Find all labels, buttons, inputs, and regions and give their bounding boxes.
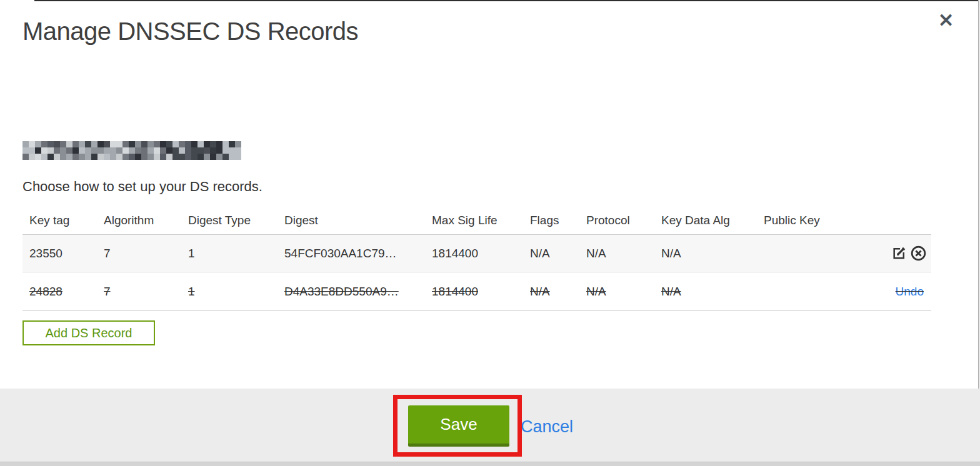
redaction-pixel (104, 141, 110, 147)
cell-algorithm: 7 (97, 234, 181, 272)
col-header-key-data-alg: Key Data Alg (654, 207, 757, 234)
col-header-key-tag: Key tag (22, 207, 97, 234)
redaction-pixel (235, 147, 241, 154)
redaction-pixel (154, 147, 160, 154)
window-top-edge (34, 0, 978, 1)
redaction-pixel (66, 154, 72, 160)
redaction-pixel (135, 154, 141, 160)
redaction-pixel (29, 147, 35, 154)
redaction-pixel (172, 154, 179, 160)
cell-digest: D4A33E8DD550A9… (278, 272, 425, 310)
redaction-pixel (135, 141, 141, 147)
redaction-pixel (22, 147, 29, 154)
redaction-pixel (229, 141, 235, 147)
redaction-pixel (135, 147, 141, 154)
edit-icon[interactable] (891, 245, 907, 261)
redaction-pixel (229, 147, 235, 154)
col-header-protocol: Protocol (579, 207, 654, 234)
add-ds-record-button[interactable]: Add DS Record (22, 320, 155, 345)
redaction-pixel (154, 154, 160, 160)
redaction-pixel (29, 154, 35, 160)
redaction-pixel (66, 141, 72, 147)
redaction-pixel (66, 147, 72, 154)
redaction-pixel (141, 141, 148, 147)
redaction-pixel (222, 154, 229, 160)
col-header-algorithm: Algorithm (97, 207, 181, 234)
redaction-pixel (35, 141, 41, 147)
redaction-pixel (79, 154, 85, 160)
undo-link[interactable]: Undo (896, 285, 924, 298)
redaction-pixel (91, 147, 98, 154)
redaction-pixel (122, 147, 129, 154)
redaction-pixel (129, 154, 135, 160)
cell-flags: N/A (523, 234, 579, 272)
redaction-pixel (60, 141, 66, 147)
redaction-pixel (185, 141, 191, 147)
delete-icon[interactable] (910, 245, 927, 262)
table-row: 23550 7 1 54FCF030AA1C79… 1814400 N/A N/… (22, 234, 931, 272)
redaction-pixel (85, 147, 91, 154)
cancel-link[interactable]: Cancel (521, 417, 573, 437)
redaction-pixel (235, 141, 241, 147)
redaction-pixel (210, 154, 216, 160)
redaction-pixel (185, 154, 191, 160)
redaction-pixel (54, 154, 60, 160)
redaction-pixel (185, 147, 191, 154)
redaction-pixel (72, 141, 79, 147)
redaction-pixel (116, 141, 122, 147)
col-header-digest-type: Digest Type (181, 207, 278, 234)
redaction-pixel (160, 154, 166, 160)
redaction-pixel (122, 154, 129, 160)
col-header-digest: Digest (278, 207, 425, 234)
redaction-pixel (129, 147, 135, 154)
redaction-pixel (48, 147, 54, 154)
redaction-pixel (154, 141, 160, 147)
redaction-pixel (191, 147, 198, 154)
redaction-pixel (79, 141, 85, 147)
redaction-pixel (179, 147, 185, 154)
redaction-pixel (216, 154, 222, 160)
redaction-pixel (41, 141, 48, 147)
close-icon[interactable]: ✕ (938, 11, 954, 30)
cell-key-tag: 24828 (22, 272, 97, 310)
cell-protocol: N/A (579, 272, 654, 310)
redaction-pixel (35, 154, 41, 160)
redaction-pixel (104, 147, 110, 154)
redaction-pixel (22, 154, 29, 160)
redaction-pixel (198, 154, 204, 160)
redaction-pixel (160, 147, 166, 154)
redaction-pixel (60, 154, 66, 160)
background-page-edge (0, 462, 980, 466)
subtitle-text: Choose how to set up your DS records. (22, 179, 262, 195)
redaction-pixel (198, 147, 204, 154)
save-button[interactable]: Save (408, 405, 509, 447)
redaction-pixel (91, 154, 98, 160)
cell-max-sig-life: 1814400 (425, 234, 523, 272)
redaction-pixel (122, 141, 129, 147)
row-actions (884, 234, 931, 272)
redaction-pixel (191, 141, 198, 147)
redaction-pixel (41, 147, 48, 154)
redacted-domain-blur (22, 141, 241, 160)
redaction-pixel (204, 141, 210, 147)
redaction-pixel (222, 141, 229, 147)
redaction-pixel (85, 141, 91, 147)
cell-digest-type: 1 (181, 272, 278, 310)
redaction-pixel (166, 154, 172, 160)
cell-key-data-alg: N/A (654, 234, 757, 272)
redaction-pixel (79, 147, 85, 154)
redaction-pixel (179, 141, 185, 147)
redaction-pixel (172, 141, 179, 147)
redaction-pixel (85, 154, 91, 160)
redaction-pixel (60, 147, 66, 154)
col-header-public-key: Public Key (757, 207, 884, 234)
redaction-pixel (210, 147, 216, 154)
redaction-pixel (141, 147, 148, 154)
redaction-pixel (141, 154, 148, 160)
redaction-pixel (148, 154, 154, 160)
redaction-pixel (204, 147, 210, 154)
redaction-pixel (98, 141, 104, 147)
cell-digest: 54FCF030AA1C79… (278, 234, 425, 272)
redaction-pixel (54, 141, 60, 147)
table-row-deleted: 24828 7 1 D4A33E8DD550A9… 1814400 N/A N/… (22, 272, 931, 310)
